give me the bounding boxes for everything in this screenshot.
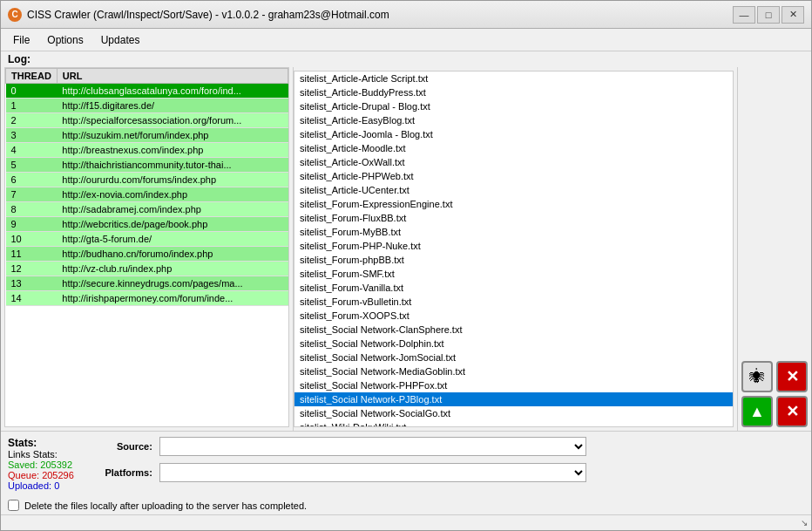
list-item[interactable]: sitelist_Social Network-JomSocial.txt (294, 351, 733, 364)
list-item[interactable]: sitelist_Article-Joomla - Blog.txt (294, 127, 733, 141)
list-item[interactable]: sitelist_Forum-XOOPS.txt (294, 309, 733, 323)
stats-section: Stats: Links Stats: Saved: 205392 Queue:… (8, 437, 74, 491)
source-row: Source: (91, 437, 586, 456)
menu-file[interactable]: File (4, 29, 38, 51)
list-item[interactable]: sitelist_Social Network-SocialGo.txt (294, 406, 733, 420)
left-panel: THREAD URL 0http://clubsanglascatalunya.… (1, 67, 293, 431)
status-bar: ↘ (1, 514, 811, 530)
source-label: Source: (91, 441, 152, 452)
close-button[interactable]: ✕ (782, 6, 804, 24)
table-row[interactable]: 12http://vz-club.ru/index.php (6, 262, 288, 276)
app-icon: C (8, 8, 22, 22)
list-item[interactable]: sitelist_Forum-vBulletin.txt (294, 295, 733, 309)
thread-cell: 1 (6, 99, 58, 113)
thread-cell: 14 (6, 291, 58, 306)
table-row[interactable]: 3http://suzukim.net/forum/index.php (6, 128, 288, 143)
log-label: Log: (1, 51, 811, 67)
list-item[interactable]: sitelist_Article-Moodle.txt (294, 141, 733, 155)
spider-button[interactable]: 🕷 (741, 361, 773, 392)
list-item[interactable]: sitelist_Forum-phpBB.txt (294, 253, 733, 267)
title-bar: C CISS Crawler (Crawl/Inspect/Sort/Save)… (1, 1, 811, 29)
source-dropdown[interactable] (159, 437, 586, 456)
url-cell: http://irishpapermoney.com/forum/inde... (57, 291, 288, 306)
thread-cell: 8 (6, 202, 58, 217)
thread-cell: 13 (6, 276, 58, 291)
url-cell: http://breastnexus.com/index.php (57, 143, 288, 158)
list-item[interactable]: sitelist_Forum-ExpressionEngine.txt (294, 197, 733, 211)
list-item[interactable]: sitelist_Forum-FluxBB.txt (294, 211, 733, 225)
list-item[interactable]: sitelist_Forum-MyBB.txt (294, 225, 733, 239)
table-row[interactable]: 6http://oururdu.com/forums/index.php (6, 173, 288, 187)
url-cell: http://secure.kinneydrugs.com/pages/ma..… (57, 276, 288, 291)
list-item[interactable]: sitelist_Article-UCenter.txt (294, 183, 733, 197)
thread-cell: 11 (6, 247, 58, 262)
url-cell: http://ex-novia.com/index.php (57, 187, 288, 202)
url-cell: http://clubsanglascatalunya.com/foro/ind… (57, 84, 288, 99)
list-item[interactable]: sitelist_Article-OxWall.txt (294, 155, 733, 169)
table-row[interactable]: 14http://irishpapermoney.com/forum/inde.… (6, 291, 288, 306)
status-bar-text: ↘ (801, 518, 808, 528)
list-item[interactable]: sitelist_Article-Drupal - Blog.txt (294, 99, 733, 113)
url-cell: http://sadabramej.com/index.php (57, 202, 288, 217)
list-item[interactable]: sitelist_Forum-Vanilla.txt (294, 281, 733, 295)
thread-cell: 3 (6, 128, 58, 143)
table-row[interactable]: 4http://breastnexus.com/index.php (6, 143, 288, 158)
stop-upload-button[interactable]: ✕ (776, 396, 808, 427)
thread-cell: 9 (6, 217, 58, 232)
table-row[interactable]: 2http://specialforcesassociation.org/for… (6, 113, 288, 128)
thread-table[interactable]: THREAD URL 0http://clubsanglascatalunya.… (4, 67, 289, 427)
list-item[interactable]: sitelist_Article-BuddyPress.txt (294, 85, 733, 99)
minimize-button[interactable]: — (733, 6, 755, 24)
list-item[interactable]: sitelist_Forum-PHP-Nuke.txt (294, 239, 733, 253)
menu-updates[interactable]: Updates (92, 29, 149, 51)
table-row[interactable]: 11http://budhano.cn/forumo/index.php (6, 247, 288, 262)
list-item[interactable]: sitelist_Social Network-ClanSphere.txt (294, 323, 733, 337)
thread-cell: 0 (6, 84, 58, 99)
table-row[interactable]: 13http://secure.kinneydrugs.com/pages/ma… (6, 276, 288, 291)
list-item[interactable]: sitelist_Article-Article Script.txt (294, 71, 733, 85)
list-item[interactable]: sitelist_Forum-SMF.txt (294, 267, 733, 281)
main-content: THREAD URL 0http://clubsanglascatalunya.… (1, 67, 811, 431)
list-item[interactable]: sitelist_Social Network-Dolphin.txt (294, 337, 733, 351)
uploaded-count: Uploaded: 0 (8, 480, 74, 491)
maximize-button[interactable]: □ (757, 6, 780, 24)
list-item[interactable]: sitelist_Social Network-MediaGoblin.txt (294, 364, 733, 378)
action-buttons-panel: 🕷 ✕ ▲ ✕ (737, 67, 811, 431)
platforms-label: Platforms: (91, 467, 152, 478)
url-cell: http://suzukim.net/forum/index.php (57, 128, 288, 143)
url-cell: http://oururdu.com/forums/index.php (57, 173, 288, 187)
spider-button-row: 🕷 ✕ (741, 361, 808, 392)
table-row[interactable]: 8http://sadabramej.com/index.php (6, 202, 288, 217)
stop-crawl-button[interactable]: ✕ (776, 361, 808, 392)
menu-options[interactable]: Options (38, 29, 91, 51)
thread-cell: 6 (6, 173, 58, 187)
url-cell: http://webcritics.de/page/book.php (57, 217, 288, 232)
thread-cell: 2 (6, 113, 58, 128)
stats-label: Stats: (8, 437, 74, 449)
thread-col-header: THREAD (6, 69, 58, 84)
url-cell: http://specialforcesassociation.org/foru… (57, 113, 288, 128)
table-row[interactable]: 5http://thaichristiancommunity.tutor-tha… (6, 158, 288, 173)
sitelist-box[interactable]: sitelist_Article-Article Script.txtsitel… (294, 71, 734, 427)
list-item[interactable]: sitelist_Social Network-PJBlog.txt (294, 392, 733, 406)
list-item[interactable]: sitelist_Wiki-DokuWiki.txt (294, 420, 733, 427)
platforms-dropdown[interactable] (159, 463, 586, 482)
table-row[interactable]: 0http://clubsanglascatalunya.com/foro/in… (6, 84, 288, 99)
url-cell: http://vz-club.ru/index.php (57, 262, 288, 276)
window-controls: — □ ✕ (733, 6, 804, 24)
table-row[interactable]: 10http://gta-5-forum.de/ (6, 232, 288, 247)
thread-cell: 5 (6, 158, 58, 173)
list-item[interactable]: sitelist_Social Network-PHPFox.txt (294, 378, 733, 392)
url-cell: http://budhano.cn/forumo/index.php (57, 247, 288, 262)
stats-panel: Stats: Links Stats: Saved: 205392 Queue:… (1, 431, 811, 496)
table-row[interactable]: 7http://ex-novia.com/index.php (6, 187, 288, 202)
list-item[interactable]: sitelist_Article-EasyBlog.txt (294, 113, 733, 127)
platforms-row: Platforms: (91, 463, 586, 482)
table-row[interactable]: 9http://webcritics.de/page/book.php (6, 217, 288, 232)
list-item[interactable]: sitelist_Article-PHPWeb.txt (294, 169, 733, 183)
url-cell: http://thaichristiancommunity.tutor-thai… (57, 158, 288, 173)
delete-files-checkbox[interactable] (8, 500, 19, 511)
upload-button[interactable]: ▲ (741, 396, 773, 427)
main-window: C CISS Crawler (Crawl/Inspect/Sort/Save)… (0, 0, 812, 531)
table-row[interactable]: 1http://f15.digitares.de/ (6, 99, 288, 113)
